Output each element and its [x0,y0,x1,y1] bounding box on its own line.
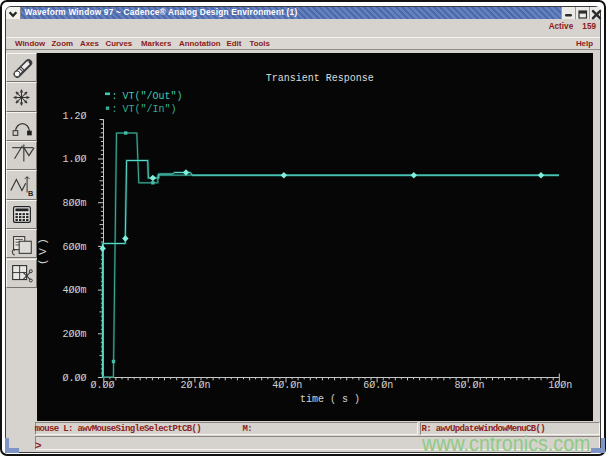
svg-text::: : [112,91,118,102]
svg-text:B: B [28,189,34,198]
svg-text:VT("/Out"): VT("/Out") [123,91,183,102]
svg-text:time ( s ): time ( s ) [300,394,360,405]
svg-text:4Ø.Øn: 4Ø.Øn [272,380,302,391]
svg-text:6Ø.Øn: 6Ø.Øn [363,380,393,391]
svg-text:Ø.ØØ: Ø.ØØ [63,372,87,383]
svg-text:2Ø.Øn: 2Ø.Øn [180,380,210,391]
svg-text:Ø.ØØ: Ø.ØØ [90,380,114,391]
svg-text:4ØØm: 4ØØm [63,285,87,296]
svg-text:1.ØØ: 1.ØØ [63,154,87,165]
svg-text:Transient Response: Transient Response [266,73,374,84]
svg-text:1ØØn: 1ØØn [548,380,572,391]
svg-text::: : [112,103,118,114]
svg-text:2ØØm: 2ØØm [63,329,87,340]
svg-text:VT("/In"): VT("/In") [123,103,177,114]
svg-text:(V): (V) [37,234,49,264]
svg-text:8Ø.Øn: 8Ø.Øn [454,380,484,391]
svg-text:6ØØm: 6ØØm [63,241,87,252]
svg-text:8ØØm: 8ØØm [63,197,87,208]
svg-text:1.2Ø: 1.2Ø [63,110,87,121]
